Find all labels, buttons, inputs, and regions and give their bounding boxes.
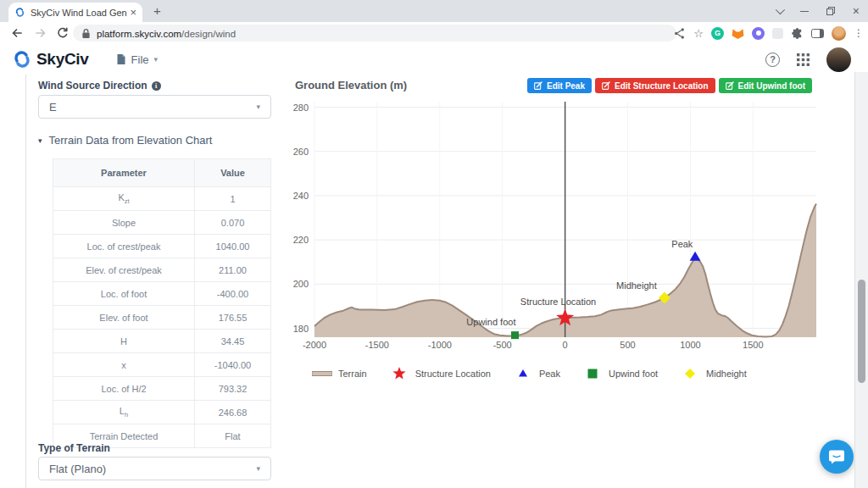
ground-elevation-chart[interactable]: 180200220240260280-2000-1500-1000-500050… — [292, 97, 826, 362]
legend-label: Terrain — [338, 369, 367, 379]
gray-extension-icon[interactable] — [772, 28, 783, 39]
reload-icon[interactable] — [56, 26, 70, 40]
type-of-terrain-select[interactable]: Flat (Plano) ▾ — [38, 457, 271, 480]
value-cell: 1 — [195, 187, 271, 211]
type-of-terrain-value: Flat (Plano) — [49, 463, 106, 475]
legend-swatch-star — [389, 366, 409, 381]
chart-title: Ground Elevation (m) — [295, 79, 407, 92]
table-row: H34.45 — [53, 330, 271, 353]
table-row: x-1040.00 — [53, 353, 271, 377]
back-icon[interactable] — [10, 26, 24, 40]
y-tick-label: 260 — [293, 147, 309, 157]
browser-profile-avatar[interactable] — [832, 26, 846, 41]
table-header-cell: Parameter — [53, 159, 195, 187]
metamask-extension-icon[interactable] — [732, 27, 744, 39]
legend-item-structure-location[interactable]: Structure Location — [389, 366, 491, 381]
legend-item-midheight[interactable]: Midheight — [680, 366, 747, 381]
upwind-foot-marker[interactable] — [511, 331, 519, 339]
select-caret-icon: ▾ — [256, 464, 260, 473]
parameter-cell: Kzt — [53, 187, 195, 211]
chat-launcher-button[interactable] — [820, 440, 854, 474]
purple-extension-icon[interactable] — [752, 27, 765, 40]
parameter-cell: Loc. of H/2 — [53, 377, 195, 401]
wind-source-direction-value: E — [49, 101, 57, 114]
legend-line-icon[interactable] — [312, 372, 332, 376]
peak-marker[interactable] — [690, 252, 701, 261]
browser-menu-icon[interactable]: ⋮ — [854, 27, 864, 39]
legend-swatch-triangle — [513, 366, 533, 381]
legend-star-icon[interactable] — [392, 367, 405, 380]
user-avatar[interactable] — [826, 47, 851, 72]
file-menu[interactable]: File ▾ — [116, 53, 158, 66]
edit-pencil-icon — [602, 81, 610, 90]
value-cell: -400.00 — [195, 282, 271, 306]
window-menu-chevron-icon[interactable] — [776, 5, 785, 14]
browser-tab[interactable]: SkyCiv Wind Load Genera × — [8, 3, 142, 22]
skyciv-logo[interactable]: SkyCiv — [12, 49, 89, 69]
page-scrollbar-track[interactable] — [854, 72, 868, 488]
tab-close-icon[interactable]: × — [130, 7, 136, 18]
wind-source-direction-select[interactable]: E ▾ — [38, 95, 271, 119]
parameter-cell: Lh — [53, 401, 195, 424]
table-row: Slope0.070 — [53, 211, 271, 235]
url-path: /design/wind — [181, 29, 236, 39]
window-minimize-icon[interactable] — [800, 11, 809, 12]
legend-item-peak[interactable]: Peak — [513, 366, 560, 381]
side-panel-icon[interactable] — [811, 29, 824, 38]
grammarly-extension-icon[interactable]: G — [711, 27, 724, 40]
edit-peak-button[interactable]: Edit Peak — [527, 78, 592, 93]
legend-square-icon[interactable] — [587, 369, 597, 379]
y-tick-label: 180 — [293, 324, 309, 334]
table-row: Elev. of crest/peak211.00 — [53, 258, 271, 282]
legend-item-upwind-foot[interactable]: Upwind foot — [582, 366, 658, 381]
apps-grid-icon[interactable] — [797, 53, 810, 66]
file-menu-caret-icon: ▾ — [154, 55, 159, 64]
browser-tab-strip: SkyCiv Wind Load Genera × + × — [0, 0, 868, 22]
value-cell: 246.68 — [195, 401, 271, 424]
x-tick-label: 1500 — [743, 340, 763, 350]
legend-item-terrain[interactable]: Terrain — [312, 366, 367, 381]
skyciv-favicon — [14, 7, 25, 18]
x-tick-label: -2000 — [303, 340, 326, 350]
terrain-data-section-title: Terrain Data from Elevation Chart — [49, 134, 213, 147]
value-cell: 793.32 — [195, 377, 271, 401]
legend-swatch-square — [582, 366, 603, 381]
info-icon[interactable]: i — [152, 81, 161, 91]
table-row: Elev. of foot176.55 — [53, 306, 271, 330]
help-icon[interactable]: ? — [765, 53, 780, 67]
x-tick-label: 500 — [620, 340, 635, 350]
edit-structure-location-button[interactable]: Edit Structure Location — [595, 78, 715, 93]
upwind-foot-label: Upwind foot — [466, 317, 515, 327]
legend-swatch-line — [312, 366, 332, 381]
table-row: Kzt1 — [53, 187, 271, 211]
parameter-cell: Slope — [53, 211, 195, 235]
bookmark-star-icon[interactable]: ☆ — [693, 28, 704, 39]
extensions-puzzle-icon[interactable] — [791, 27, 804, 40]
table-header: ParameterValue — [53, 159, 271, 187]
chat-bubble-icon — [828, 449, 845, 465]
terrain-data-section-toggle[interactable]: ▾ Terrain Data from Elevation Chart — [38, 134, 212, 147]
lock-icon — [81, 28, 91, 39]
value-cell: Flat — [195, 424, 271, 448]
share-icon[interactable] — [673, 27, 686, 40]
legend-triangle-icon[interactable] — [519, 369, 527, 377]
address-bar[interactable]: platform.skyciv.com/design/wind — [73, 25, 676, 42]
legend-diamond-icon[interactable] — [685, 369, 695, 379]
table-row: Loc. of foot-400.00 — [53, 282, 271, 306]
browser-toolbar: platform.skyciv.com/design/wind ☆ G ⋮ — [0, 22, 868, 45]
edit-upwind-foot-button[interactable]: Edit Upwind foot — [719, 78, 812, 93]
parameter-cell: x — [53, 353, 195, 377]
value-cell: 34.45 — [195, 330, 271, 353]
parameter-cell: Loc. of crest/peak — [53, 235, 195, 258]
y-tick-label: 200 — [293, 279, 309, 289]
window-restore-icon[interactable] — [826, 7, 835, 15]
edit-button-label: Edit Upwind foot — [738, 81, 805, 91]
value-cell: 0.070 — [195, 211, 271, 235]
new-tab-icon[interactable]: + — [153, 3, 161, 18]
parameter-cell: H — [53, 330, 195, 353]
forward-icon[interactable] — [34, 26, 47, 40]
window-close-icon[interactable]: × — [853, 5, 860, 17]
legend-label: Upwind foot — [609, 369, 658, 379]
page-scrollbar-thumb[interactable] — [858, 280, 865, 383]
value-cell: 211.00 — [195, 258, 271, 282]
